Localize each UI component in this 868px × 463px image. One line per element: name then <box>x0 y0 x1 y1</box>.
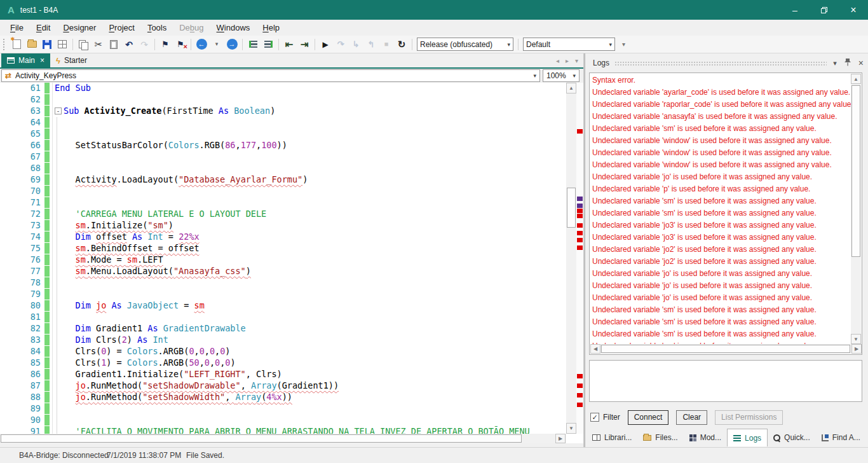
profile-combo[interactable]: Default▾ <box>523 38 615 51</box>
comment-button[interactable] <box>245 37 261 52</box>
code-line[interactable]: 75 sm.BehindOffset = offset <box>0 243 566 254</box>
code-line[interactable]: 67 <box>0 151 566 163</box>
menu-help[interactable]: Help <box>256 20 286 35</box>
code-line[interactable]: 68 <box>0 163 566 174</box>
copy-button[interactable] <box>76 37 91 52</box>
log-input-box[interactable] <box>589 360 862 402</box>
navigate-back-button[interactable]: ← <box>194 37 209 52</box>
code-line[interactable]: 78 <box>0 277 566 289</box>
sub-selector-combo[interactable]: ⇄ Activity_KeyPress ▾ <box>1 69 540 82</box>
scroll-left-icon[interactable]: ◀ <box>590 344 600 354</box>
rebuild-button[interactable]: ↻ <box>394 37 409 52</box>
close-panel-icon[interactable]: × <box>858 58 864 68</box>
close-button[interactable]: × <box>839 0 868 20</box>
logs-panel-header[interactable]: Logs ▾ × <box>585 56 868 70</box>
purple-error-mark[interactable] <box>577 197 583 201</box>
scroll-down-icon[interactable]: ▼ <box>851 334 861 344</box>
filter-checkbox[interactable]: ✓ <box>590 413 599 422</box>
bottom-tab-quick-search[interactable]: Quick... <box>768 429 816 446</box>
tab-starter[interactable]: ϟ Starter <box>50 53 93 67</box>
code-line[interactable]: 72 'CARREGA MENU LATERAL E O LAYOUT DELE <box>0 209 566 220</box>
outdent-button[interactable]: ⇤ <box>281 37 297 52</box>
code-line[interactable]: 64 <box>0 117 566 128</box>
log-entry[interactable]: Undeclared variable 'sm' is used before … <box>592 195 851 207</box>
red-error-mark[interactable] <box>577 209 583 213</box>
code-line[interactable]: 87 jo.RunMethod("setShadowDrawable", Arr… <box>0 380 566 392</box>
log-entry[interactable]: Undeclared variable 'jo2' is used before… <box>592 244 851 256</box>
horizontal-scroll-thumb[interactable] <box>601 345 850 353</box>
code-line[interactable]: 65 <box>0 128 566 140</box>
scroll-up-icon[interactable]: ▲ <box>566 83 576 93</box>
clear-bookmarks-button[interactable]: ⚑ <box>173 37 188 52</box>
red-error-mark[interactable] <box>577 231 583 235</box>
red-error-mark[interactable] <box>577 393 583 397</box>
toggle-bookmark-button[interactable]: ⚑ <box>158 37 173 52</box>
scroll-right-icon[interactable]: ▶ <box>555 434 566 443</box>
red-error-mark[interactable] <box>577 384 583 388</box>
pin-icon[interactable] <box>844 58 851 68</box>
code-line[interactable]: 62 <box>0 94 566 106</box>
bottom-tab-find-all[interactable]: Find A... <box>816 429 866 446</box>
tab-scroll-left-icon[interactable]: ◂ <box>556 57 559 64</box>
connect-button[interactable]: Connect <box>628 410 669 425</box>
menu-designer[interactable]: Designer <box>57 20 102 35</box>
tab-list-dropdown-icon[interactable]: ▾ <box>575 57 578 64</box>
log-entry[interactable]: Undeclared variable 'window' is used bef… <box>592 135 851 147</box>
cut-button[interactable]: ✂ <box>91 37 106 52</box>
code-line[interactable]: 76 sm.Mode = sm.LEFT <box>0 254 566 266</box>
menu-project[interactable]: Project <box>102 20 140 35</box>
code-line[interactable]: 61End Sub <box>0 83 566 94</box>
clear-button[interactable]: Clear <box>676 410 707 425</box>
log-entry[interactable]: Undeclared variable 'jo' is used before … <box>592 268 851 280</box>
build-config-combo[interactable]: Release (obfuscated)▾ <box>417 38 513 51</box>
export-zip-button[interactable] <box>55 37 70 52</box>
code-line[interactable]: 88 jo.RunMethod("setShadowWidth", Array(… <box>0 392 566 403</box>
log-entry[interactable]: Undeclared variable 'jo' is used before … <box>592 280 851 292</box>
log-entry[interactable]: Undeclared variable 'sm' is used before … <box>592 207 851 219</box>
minimize-button[interactable]: – <box>780 0 810 20</box>
log-entry[interactable]: Undeclared variable 'sm' is used before … <box>592 316 851 328</box>
red-error-mark[interactable] <box>577 238 583 242</box>
vertical-scroll-thumb[interactable] <box>567 188 576 228</box>
code-line[interactable]: 69 Activity.LoadLayout("Database_Ayarlar… <box>0 174 566 186</box>
code-lines[interactable]: 61End Sub6263-Sub Activity_Create(FirstT… <box>0 83 566 434</box>
code-line[interactable]: 84 Clrs(0) = Colors.ARGB(0,0,0,0) <box>0 346 566 357</box>
scroll-down-icon[interactable]: ▼ <box>566 423 576 434</box>
zoom-combo[interactable]: 100% ▾ <box>543 69 580 82</box>
log-entry[interactable]: Undeclared variable 'sm' is used before … <box>592 304 851 316</box>
code-line[interactable]: 86 Gradient1.Initialize("LEFT_RIGHT", Cl… <box>0 369 566 380</box>
bottom-tab-libraries[interactable]: Librari... <box>587 429 637 446</box>
indent-button[interactable]: ⇥ <box>297 37 312 52</box>
tab-scroll-right-icon[interactable]: ▸ <box>566 57 569 64</box>
code-line[interactable]: 82 Dim Gradient1 As GradientDrawable <box>0 323 566 335</box>
red-error-mark[interactable] <box>577 403 583 407</box>
bottom-tab-logs[interactable]: Logs <box>727 429 768 446</box>
menu-windows[interactable]: Windows <box>210 20 257 35</box>
red-error-mark[interactable] <box>577 245 583 250</box>
log-entry[interactable]: Undeclared variable 'jo3' is used before… <box>592 232 851 244</box>
log-entry[interactable]: Undeclared variable 'window' is used bef… <box>592 159 851 171</box>
code-line[interactable]: 89 <box>0 403 566 415</box>
log-entry[interactable]: Undeclared variable 'sm' is used before … <box>592 123 851 135</box>
paste-button[interactable] <box>106 37 121 52</box>
bottom-tab-modules[interactable]: Mod... <box>684 429 727 446</box>
code-line[interactable]: 71 <box>0 197 566 209</box>
red-error-mark[interactable] <box>577 223 583 228</box>
fold-collapse-icon[interactable]: - <box>55 107 62 114</box>
undo-button[interactable]: ↶ <box>121 37 137 52</box>
code-line[interactable]: 91 'FACILITA O MOVIMENTO PARA ABRIR O ME… <box>0 426 566 434</box>
restore-button[interactable] <box>810 0 839 20</box>
log-entry[interactable]: Undeclared variable 'anasayfa' is used b… <box>592 111 851 123</box>
menu-edit[interactable]: Edit <box>30 20 57 35</box>
close-tab-icon[interactable]: × <box>40 56 44 65</box>
new-file-button[interactable] <box>9 37 24 52</box>
code-line[interactable]: 73 sm.Initialize("sm") <box>0 220 566 232</box>
code-line[interactable]: 85 Clrs(1) = Colors.ARGB(50,0,0,0) <box>0 357 566 369</box>
menu-tools[interactable]: Tools <box>141 20 173 35</box>
navigate-forward-button[interactable]: → <box>224 37 240 52</box>
code-line[interactable]: 79 <box>0 289 566 300</box>
run-button[interactable]: ▶ <box>318 37 333 52</box>
code-line[interactable]: 70 <box>0 186 566 197</box>
toolbar-overflow-button[interactable]: ▾ <box>622 41 625 48</box>
red-error-mark[interactable] <box>577 214 583 218</box>
